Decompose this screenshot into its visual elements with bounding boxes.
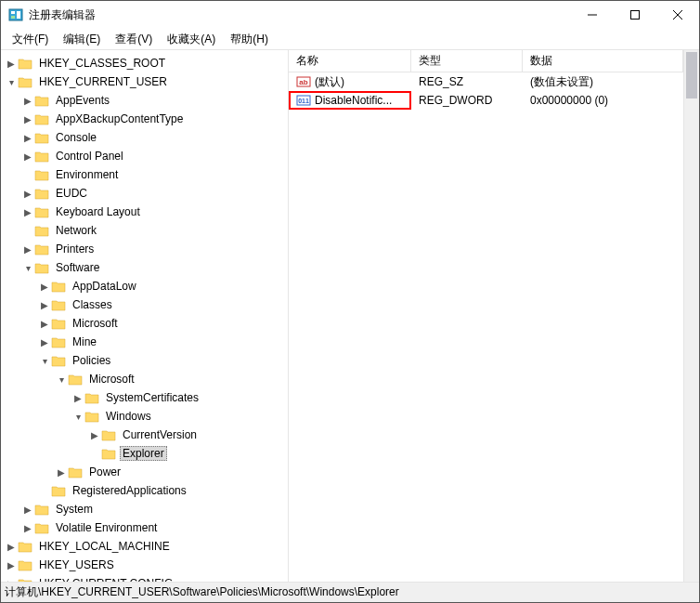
tree-item-windows[interactable]: ▾Windows	[71, 407, 288, 426]
tree-item-policies-microsoft[interactable]: ▾Microsoft	[55, 370, 288, 388]
chevron-right-icon[interactable]: ▶	[38, 282, 51, 292]
chevron-right-icon[interactable]: ▶	[55, 467, 68, 478]
chevron-down-icon[interactable]: ▾	[71, 412, 84, 422]
chevron-right-icon[interactable]: ▶	[21, 133, 34, 143]
tree-item-eudc[interactable]: ▶EUDC	[21, 184, 288, 203]
tree-item-systemcerts[interactable]: ▶SystemCertificates	[71, 388, 288, 407]
folder-icon	[18, 75, 32, 88]
tree-item-hku[interactable]: ▶HKEY_USERS	[5, 556, 288, 574]
tree-item-explorer[interactable]: ▶Explorer	[88, 444, 288, 463]
list-row[interactable]: ab (默认) REG_SZ (数值未设置)	[289, 72, 683, 91]
chevron-right-icon[interactable]: ▶	[21, 207, 34, 217]
menu-favorites[interactable]: 收藏夹(A)	[160, 30, 223, 49]
regedit-icon	[8, 7, 23, 22]
menu-edit[interactable]: 编辑(E)	[56, 30, 108, 49]
folder-icon	[101, 447, 116, 460]
chevron-right-icon[interactable]: ▶	[21, 523, 34, 533]
tree-item-appdatalow[interactable]: ▶AppDataLow	[38, 277, 288, 295]
svg-rect-5	[631, 11, 640, 20]
tree-item-hklm[interactable]: ▶HKEY_LOCAL_MACHINE	[5, 537, 288, 556]
tree-item-printers[interactable]: ▶Printers	[21, 240, 288, 258]
tree-label: Printers	[53, 242, 97, 256]
tree-label-selected: Explorer	[120, 446, 167, 461]
tree-label: Control Panel	[53, 149, 126, 164]
tree-item-network[interactable]: ▶Network	[21, 221, 288, 240]
folder-icon	[84, 410, 99, 423]
tree-label: Software	[53, 260, 102, 275]
tree-item-currentversion[interactable]: ▶CurrentVersion	[88, 426, 288, 444]
chevron-right-icon[interactable]: ▶	[21, 96, 34, 106]
chevron-right-icon[interactable]: ▶	[21, 244, 34, 255]
tree-item-appxbackup[interactable]: ▶AppXBackupContentType	[21, 110, 288, 128]
chevron-down-icon[interactable]: ▾	[55, 374, 68, 385]
chevron-right-icon[interactable]: ▶	[21, 114, 34, 125]
tree-item-appevents[interactable]: ▶AppEvents	[21, 91, 288, 110]
tree-item-policies[interactable]: ▾Policies	[38, 351, 288, 370]
tree-item-microsoft[interactable]: ▶Microsoft	[38, 314, 288, 333]
tree-item-controlpanel[interactable]: ▶Control Panel	[21, 147, 288, 165]
chevron-down-icon[interactable]: ▾	[5, 77, 18, 87]
tree-item-console[interactable]: ▶Console	[21, 128, 288, 147]
tree-item-volatileenv[interactable]: ▶Volatile Environment	[21, 518, 288, 537]
svg-text:011: 011	[298, 98, 309, 104]
tree-item-hkcr[interactable]: ▶ HKEY_CLASSES_ROOT	[5, 54, 288, 72]
registry-tree: ▶ HKEY_CLASSES_ROOT ▾ HKEY_CURRENT_USER …	[1, 54, 288, 582]
menu-file[interactable]: 文件(F)	[5, 30, 56, 49]
tree-item-environment[interactable]: ▶Environment	[21, 165, 288, 184]
menu-view[interactable]: 查看(V)	[108, 30, 160, 49]
chevron-down-icon[interactable]: ▾	[38, 356, 51, 366]
tree-item-hkcu[interactable]: ▾ HKEY_CURRENT_USER	[5, 72, 288, 91]
content-area: ▶ HKEY_CLASSES_ROOT ▾ HKEY_CURRENT_USER …	[1, 49, 699, 582]
svg-text:ab: ab	[299, 78, 307, 86]
minimize-button[interactable]	[571, 1, 614, 29]
statusbar-path: 计算机\HKEY_CURRENT_USER\Software\Policies\…	[5, 584, 399, 600]
tree-label: RegisteredApplications	[70, 483, 189, 498]
column-header-type[interactable]: 类型	[411, 50, 523, 72]
vertical-scrollbar[interactable]	[683, 50, 699, 582]
chevron-right-icon[interactable]: ▶	[38, 300, 51, 310]
tree-label: Microsoft	[86, 372, 137, 387]
chevron-right-icon[interactable]: ▶	[5, 579, 18, 583]
folder-icon	[101, 428, 116, 441]
list-body[interactable]: ab (默认) REG_SZ (数值未设置) 011 DisableNotifi…	[289, 72, 683, 582]
folder-icon	[68, 465, 83, 478]
chevron-right-icon[interactable]: ▶	[71, 393, 84, 403]
chevron-down-icon[interactable]: ▾	[21, 263, 34, 273]
chevron-right-icon[interactable]: ▶	[5, 59, 18, 69]
tree-label: HKEY_USERS	[36, 557, 117, 572]
tree-item-system[interactable]: ▶System	[21, 500, 288, 518]
chevron-right-icon[interactable]: ▶	[5, 542, 18, 552]
tree-item-registeredapps[interactable]: ▶RegisteredApplications	[38, 481, 288, 500]
chevron-right-icon[interactable]: ▶	[88, 430, 101, 440]
folder-icon	[51, 317, 66, 330]
chevron-right-icon[interactable]: ▶	[21, 505, 34, 515]
tree-label: System	[53, 502, 96, 517]
tree-item-mine[interactable]: ▶Mine	[38, 333, 288, 351]
value-name: (默认)	[315, 74, 344, 90]
column-header-data[interactable]: 数据	[523, 50, 683, 72]
tree-label: Environment	[53, 167, 121, 182]
chevron-right-icon[interactable]: ▶	[21, 189, 34, 199]
folder-icon	[34, 243, 49, 256]
chevron-right-icon[interactable]: ▶	[5, 560, 18, 570]
tree-item-classes[interactable]: ▶Classes	[38, 295, 288, 314]
tree-label: Classes	[70, 297, 115, 312]
tree-label: AppXBackupContentType	[53, 111, 186, 126]
folder-icon	[18, 558, 32, 571]
chevron-right-icon[interactable]: ▶	[21, 151, 34, 162]
tree-item-hkcc[interactable]: ▶HKEY CURRENT CONFIG	[5, 574, 288, 582]
tree-pane[interactable]: ▶ HKEY_CLASSES_ROOT ▾ HKEY_CURRENT_USER …	[1, 50, 289, 582]
menu-help[interactable]: 帮助(H)	[223, 30, 276, 49]
tree-label: HKEY_LOCAL_MACHINE	[36, 539, 173, 554]
tree-item-keyboard[interactable]: ▶Keyboard Layout	[21, 203, 288, 221]
value-name: DisableNotific...	[315, 94, 392, 107]
scrollbar-thumb[interactable]	[686, 52, 697, 98]
chevron-right-icon[interactable]: ▶	[38, 337, 51, 347]
tree-item-software[interactable]: ▾Software	[21, 258, 288, 277]
close-button[interactable]	[656, 1, 699, 29]
tree-item-power[interactable]: ▶Power	[55, 463, 288, 481]
chevron-right-icon[interactable]: ▶	[38, 319, 51, 329]
list-row-highlighted[interactable]: 011 DisableNotific... REG_DWORD 0x000000…	[289, 91, 683, 110]
maximize-button[interactable]	[614, 1, 656, 29]
column-header-name[interactable]: 名称	[289, 50, 411, 72]
